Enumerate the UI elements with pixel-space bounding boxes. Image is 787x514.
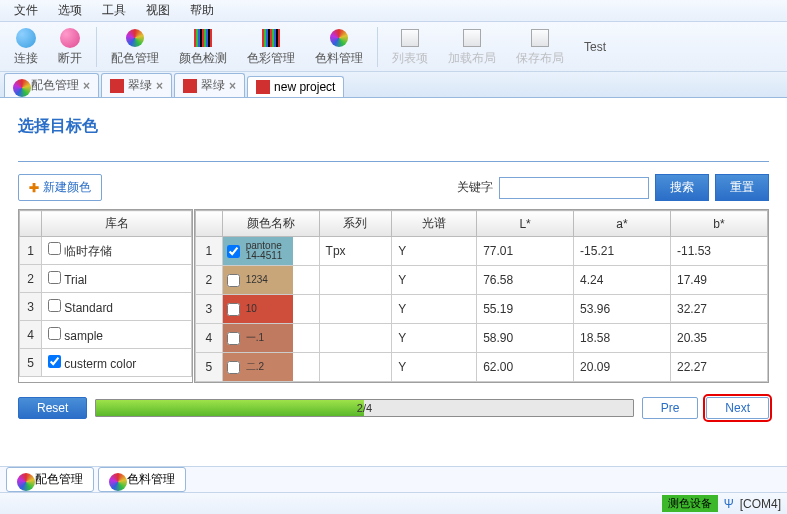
L-cell: 55.19 <box>477 295 574 324</box>
color-detect-button[interactable]: 颜色检测 <box>169 24 237 69</box>
row-index: 2 <box>196 266 223 295</box>
library-grid: 库名 1 临时存储2 Trial3 Standard4 sample5 cust… <box>18 209 193 383</box>
b-cell: 20.35 <box>671 324 768 353</box>
menu-view[interactable]: 视图 <box>136 0 180 21</box>
tab-emerald-2[interactable]: 翠绿 × <box>174 73 245 97</box>
col-L: L* <box>477 211 574 237</box>
menu-tools[interactable]: 工具 <box>92 0 136 21</box>
close-icon[interactable]: × <box>229 79 236 93</box>
save-layout-button[interactable]: 保存布局 <box>506 24 574 69</box>
menu-bar: 文件 选项 工具 视图 帮助 <box>0 0 787 22</box>
tab-label: 翠绿 <box>201 77 225 94</box>
lib-name: sample <box>64 329 103 343</box>
a-cell: 4.24 <box>574 266 671 295</box>
a-cell: 18.58 <box>574 324 671 353</box>
reset-filter-button[interactable]: 重置 <box>715 174 769 201</box>
a-cell: 53.96 <box>574 295 671 324</box>
keyword-input[interactable] <box>499 177 649 199</box>
new-color-button[interactable]: ✚ 新建颜色 <box>18 174 102 201</box>
flag-icon <box>256 80 270 94</box>
table-row[interactable]: 3 Standard <box>20 293 192 321</box>
table-row[interactable]: 3 10 Y 55.19 53.96 32.27 <box>196 295 768 324</box>
bottom-tabstrip: 配色管理 色料管理 <box>0 466 787 492</box>
color-name: 10 <box>246 304 257 314</box>
lib-cell[interactable]: Standard <box>42 293 192 321</box>
disconnect-icon <box>58 26 82 50</box>
row-index: 3 <box>196 295 223 324</box>
tab-label: 翠绿 <box>128 77 152 94</box>
swatch-cell[interactable]: 10 <box>222 295 319 324</box>
row-checkbox[interactable] <box>227 332 240 345</box>
connect-button[interactable]: 连接 <box>4 24 48 69</box>
row-checkbox[interactable] <box>48 242 61 255</box>
progress-bar: 2/4 <box>95 399 633 417</box>
table-row[interactable]: 4 sample <box>20 321 192 349</box>
color-mgmt-button[interactable]: 配色管理 <box>101 24 169 69</box>
row-checkbox[interactable] <box>227 361 240 374</box>
detect-icon <box>191 26 215 50</box>
lib-name: custerm color <box>64 357 136 371</box>
L-cell: 58.90 <box>477 324 574 353</box>
swatch-cell[interactable]: pantone 14-4511 <box>222 237 319 266</box>
bottom-tab-color-mgmt[interactable]: 配色管理 <box>6 467 94 492</box>
table-row[interactable]: 1 pantone 14-4511 Tpx Y 77.01 -15.21 -11… <box>196 237 768 266</box>
table-row[interactable]: 2 1234 Y 76.58 4.24 17.49 <box>196 266 768 295</box>
menu-help[interactable]: 帮助 <box>180 0 224 21</box>
lib-cell[interactable]: 临时存储 <box>42 237 192 265</box>
color-ctrl-icon <box>259 26 283 50</box>
row-checkbox[interactable] <box>227 274 240 287</box>
next-button[interactable]: Next <box>706 397 769 419</box>
palette-icon <box>13 79 27 93</box>
bottom-tab-colorant-mgmt[interactable]: 色料管理 <box>98 467 186 492</box>
palette-icon <box>109 473 123 487</box>
table-row[interactable]: 1 临时存储 <box>20 237 192 265</box>
lib-cell[interactable]: sample <box>42 321 192 349</box>
list-items-button[interactable]: 列表项 <box>382 24 438 69</box>
a-cell: 20.09 <box>574 353 671 382</box>
color-name: pantone 14-4511 <box>246 241 289 261</box>
test-button[interactable]: Test <box>574 38 616 56</box>
colorant-mgmt-button[interactable]: 色料管理 <box>305 24 373 69</box>
list-icon <box>398 26 422 50</box>
table-row[interactable]: 2 Trial <box>20 265 192 293</box>
table-row[interactable]: 4 一.1 Y 58.90 18.58 20.35 <box>196 324 768 353</box>
color-ctrl-button[interactable]: 色彩管理 <box>237 24 305 69</box>
table-row[interactable]: 5 二.2 Y 62.00 20.09 22.27 <box>196 353 768 382</box>
spectrum-cell: Y <box>392 324 477 353</box>
row-checkbox[interactable] <box>48 327 61 340</box>
connect-label: 连接 <box>14 50 38 67</box>
tab-color-mgmt[interactable]: 配色管理 × <box>4 73 99 97</box>
table-row[interactable]: 5 custerm color <box>20 349 192 377</box>
row-checkbox[interactable] <box>227 303 240 316</box>
tab-label: new project <box>274 80 335 94</box>
bottom-tab-label: 色料管理 <box>127 471 175 488</box>
close-icon[interactable]: × <box>83 79 90 93</box>
L-cell: 77.01 <box>477 237 574 266</box>
col-series: 系列 <box>319 211 392 237</box>
close-icon[interactable]: × <box>156 79 163 93</box>
lib-header: 库名 <box>42 211 192 237</box>
menu-options[interactable]: 选项 <box>48 0 92 21</box>
pre-button[interactable]: Pre <box>642 397 699 419</box>
flag-icon <box>183 79 197 93</box>
disconnect-button[interactable]: 断开 <box>48 24 92 69</box>
row-checkbox[interactable] <box>48 299 61 312</box>
lib-name: Trial <box>64 273 87 287</box>
swatch-cell[interactable]: 一.1 <box>222 324 319 353</box>
swatch-cell[interactable]: 二.2 <box>222 353 319 382</box>
tab-emerald-1[interactable]: 翠绿 × <box>101 73 172 97</box>
color-ctrl-label: 色彩管理 <box>247 50 295 67</box>
color-name: 1234 <box>246 275 268 285</box>
row-checkbox[interactable] <box>48 355 61 368</box>
row-checkbox[interactable] <box>227 245 240 258</box>
reset-button[interactable]: Reset <box>18 397 87 419</box>
tab-new-project[interactable]: new project <box>247 76 344 97</box>
lib-cell[interactable]: custerm color <box>42 349 192 377</box>
menu-file[interactable]: 文件 <box>4 0 48 21</box>
swatch-cell[interactable]: 1234 <box>222 266 319 295</box>
lib-cell[interactable]: Trial <box>42 265 192 293</box>
load-layout-button[interactable]: 加载布局 <box>438 24 506 69</box>
row-checkbox[interactable] <box>48 271 61 284</box>
search-button[interactable]: 搜索 <box>655 174 709 201</box>
page-title: 选择目标色 <box>18 116 769 137</box>
